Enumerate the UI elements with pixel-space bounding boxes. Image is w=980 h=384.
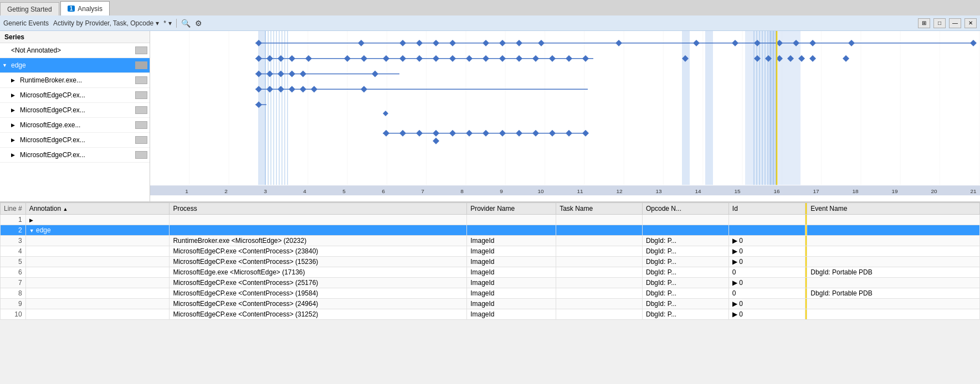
search-icon[interactable]: 🔍: [181, 19, 191, 28]
cell-annotation: [25, 309, 170, 320]
cell-event: [807, 257, 980, 267]
series-label-edge-exe: MicrosoftEdge.exe...: [20, 121, 133, 129]
svg-text:17: 17: [813, 188, 819, 194]
expand-edge[interactable]: ▼: [2, 63, 11, 68]
table-row[interactable]: 3RuntimeBroker.exe <MicrosoftEdge> (2023…: [1, 236, 980, 246]
chart-area[interactable]: 1 2 3 4 5 6 7 8 9 10 11 12 13 14 15 16 1: [150, 31, 980, 201]
series-item-edge-exe[interactable]: ▶ MicrosoftEdge.exe...: [0, 118, 150, 133]
col-header-opcode[interactable]: Opcode N...: [643, 203, 729, 215]
col-header-id[interactable]: Id: [728, 203, 805, 215]
cell-annotation: ▶: [25, 215, 170, 225]
cell-process: MicrosoftEdge.exe <MicrosoftEdge> (17136…: [170, 267, 467, 278]
expand-edge-cp-4[interactable]: ▶: [11, 152, 20, 158]
series-item-edge-cp-3[interactable]: ▶ MicrosoftEdgeCP.ex...: [0, 133, 150, 148]
col-header-provider[interactable]: Provider Name: [467, 203, 556, 215]
toolbar-activity-by-provider[interactable]: Activity by Provider, Task, Opcode ▾: [53, 19, 159, 27]
table-row[interactable]: 4MicrosoftEdgeCP.exe <ContentProcess> (2…: [1, 246, 980, 257]
series-color-edge-cp-3: [135, 136, 147, 144]
svg-text:18: 18: [852, 188, 859, 194]
series-item-edge[interactable]: ▼ edge: [0, 58, 150, 73]
series-color-not-annotated: [135, 46, 147, 54]
cell-event: [807, 236, 980, 246]
cell-task: [556, 225, 643, 236]
svg-text:21: 21: [970, 188, 977, 194]
cell-process: RuntimeBroker.exe <MicrosoftEdge> (20232…: [170, 236, 467, 246]
series-panel: Series <Not Annotated> ▼ edge: [0, 31, 150, 201]
cell-opcode: DbgId: P...: [643, 299, 729, 309]
cell-opcode: DbgId: P...: [643, 246, 729, 257]
gear-icon[interactable]: ⚙: [195, 19, 202, 28]
table-row[interactable]: 9MicrosoftEdgeCP.exe <ContentProcess> (2…: [1, 299, 980, 309]
series-item-edge-cp-1[interactable]: ▶ MicrosoftEdgeCP.ex...: [0, 88, 150, 103]
svg-text:19: 19: [891, 188, 898, 194]
col-header-task[interactable]: Task Name: [556, 203, 643, 215]
cell-task: [556, 257, 643, 267]
table-row[interactable]: 10MicrosoftEdgeCP.exe <ContentProcess> (…: [1, 309, 980, 320]
series-title: Series: [4, 33, 24, 41]
cell-line: 6: [1, 267, 26, 278]
svg-text:16: 16: [773, 188, 780, 194]
cell-annotation: [25, 267, 170, 278]
close-button[interactable]: ✕: [964, 18, 977, 28]
cell-process: MicrosoftEdgeCP.exe <ContentProcess> (25…: [170, 278, 467, 288]
series-label-runtime-broker: RuntimeBroker.exe...: [20, 76, 133, 84]
cell-process: MicrosoftEdgeCP.exe <ContentProcess> (24…: [170, 299, 467, 309]
tab-analysis[interactable]: 1 Analysis: [60, 1, 110, 15]
cell-event: [807, 299, 980, 309]
svg-text:1: 1: [185, 188, 188, 194]
events-table: Line # Annotation Process Provider Name …: [0, 203, 980, 320]
cell-annotation: [25, 299, 170, 309]
col-header-line[interactable]: Line #: [1, 203, 26, 215]
series-label-edge: edge: [11, 61, 133, 69]
table-row[interactable]: 7MicrosoftEdgeCP.exe <ContentProcess> (2…: [1, 278, 980, 288]
cell-process: [170, 225, 467, 236]
col-header-annotation[interactable]: Annotation: [25, 203, 170, 215]
cell-id: ▶ 0: [728, 257, 805, 267]
cell-id: 0: [728, 267, 805, 278]
table-row[interactable]: 8MicrosoftEdgeCP.exe <ContentProcess> (1…: [1, 288, 980, 299]
tile-button[interactable]: ⊞: [918, 18, 930, 28]
series-item-edge-cp-2[interactable]: ▶ MicrosoftEdgeCP.ex...: [0, 103, 150, 118]
table-container[interactable]: Line # Annotation Process Provider Name …: [0, 203, 980, 384]
table-row[interactable]: 1▶: [1, 215, 980, 225]
expand-edge-cp-1[interactable]: ▶: [11, 92, 20, 98]
cell-task: [556, 215, 643, 225]
toolbar-generic-events[interactable]: Generic Events: [3, 19, 49, 27]
cell-line: 2: [1, 225, 26, 236]
window-button[interactable]: □: [933, 18, 946, 28]
series-item-edge-cp-4[interactable]: ▶ MicrosoftEdgeCP.ex...: [0, 148, 150, 163]
col-header-event[interactable]: Event Name: [807, 203, 980, 215]
table-row[interactable]: 6MicrosoftEdge.exe <MicrosoftEdge> (1713…: [1, 267, 980, 278]
svg-text:11: 11: [577, 188, 583, 194]
series-item-runtime-broker[interactable]: ▶ RuntimeBroker.exe...: [0, 73, 150, 88]
col-header-process[interactable]: Process: [170, 203, 467, 215]
svg-rect-24: [682, 31, 690, 185]
minimize-button[interactable]: —: [949, 18, 961, 28]
cell-opcode: DbgId: P...: [643, 257, 729, 267]
cell-opcode: [643, 225, 729, 236]
tab-getting-started[interactable]: Getting Started: [0, 2, 59, 15]
expand-edge-exe[interactable]: ▶: [11, 122, 20, 128]
cell-task: [556, 278, 643, 288]
svg-text:6: 6: [382, 188, 385, 194]
toolbar-asterisk[interactable]: * ▾: [163, 19, 172, 27]
cell-task: [556, 246, 643, 257]
svg-text:12: 12: [616, 188, 623, 194]
expand-edge-cp-3[interactable]: ▶: [11, 137, 20, 143]
svg-text:7: 7: [421, 188, 424, 194]
series-item-not-annotated[interactable]: <Not Annotated>: [0, 43, 150, 58]
toolbar-right-buttons: ⊞ □ — ✕: [918, 18, 977, 28]
cell-provider: ImageId: [467, 288, 556, 299]
table-row[interactable]: 5MicrosoftEdgeCP.exe <ContentProcess> (1…: [1, 257, 980, 267]
table-row[interactable]: 2▼ edge: [1, 225, 980, 236]
expand-runtime-broker[interactable]: ▶: [11, 77, 20, 83]
expand-edge-cp-2[interactable]: ▶: [11, 107, 20, 113]
svg-text:5: 5: [342, 188, 346, 194]
series-label-not-annotated: <Not Annotated>: [11, 46, 133, 54]
cell-opcode: DbgId: P...: [643, 288, 729, 299]
cell-id: ▶ 0: [728, 278, 805, 288]
svg-text:8: 8: [460, 188, 464, 194]
cell-id: ▶ 0: [728, 309, 805, 320]
cell-annotation: [25, 278, 170, 288]
svg-rect-27: [769, 31, 777, 185]
